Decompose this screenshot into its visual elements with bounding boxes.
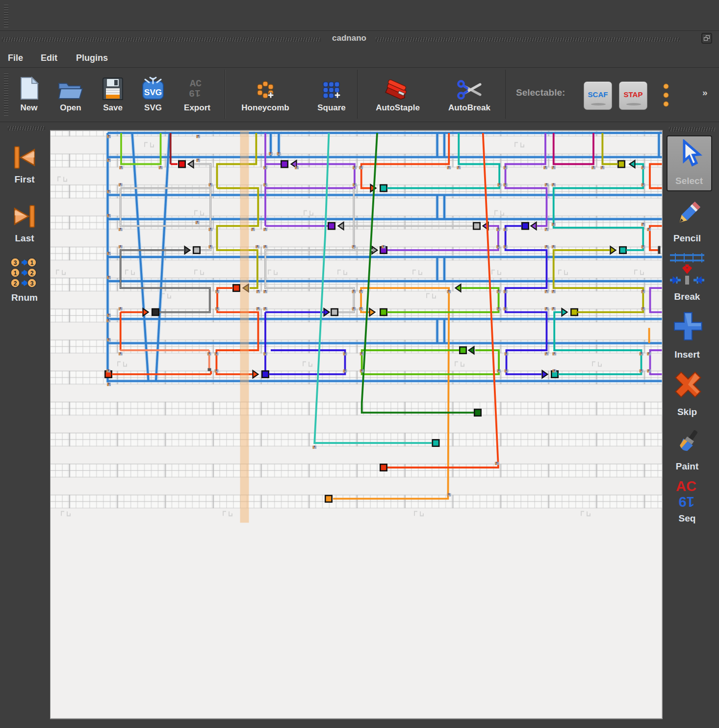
svg-text:2: 2 xyxy=(14,280,17,287)
svg-text:AC: AC xyxy=(676,478,696,494)
svg-text:19: 19 xyxy=(189,87,201,99)
svg-text:SVG: SVG xyxy=(144,88,162,97)
svg-text:3: 3 xyxy=(14,260,17,266)
svg-text:3: 3 xyxy=(30,280,34,287)
svg-text:1: 1 xyxy=(30,260,34,266)
svg-text:1: 1 xyxy=(14,270,17,277)
svg-text:2: 2 xyxy=(30,270,34,277)
svg-text:19: 19 xyxy=(678,494,694,510)
